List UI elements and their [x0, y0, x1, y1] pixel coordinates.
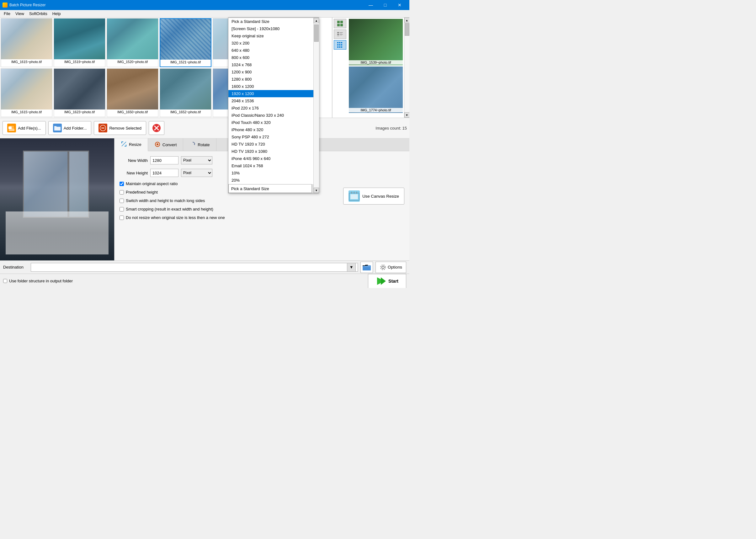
width-input[interactable] — [150, 156, 179, 164]
gallery-item-1519[interactable]: IMG_1519~photo.tif — [54, 18, 106, 67]
gallery-item-1521[interactable]: IMG_1521~photo.tif — [160, 18, 211, 67]
dropdown-10pct[interactable]: 10% — [228, 169, 313, 177]
dropdown-iphone[interactable]: iPhone 480 x 320 — [228, 126, 313, 133]
start-button[interactable]: Start — [368, 274, 406, 288]
bottom-dropdown-label: Pick a Standard Size — [229, 186, 312, 191]
view-list-btn[interactable] — [334, 30, 346, 39]
destination-folder-btn[interactable] — [360, 262, 373, 273]
dropdown-ipod-220[interactable]: iPod 220 x 176 — [228, 105, 313, 112]
dropdown-ipod-touch[interactable]: iPod Touch 480 x 320 — [228, 119, 313, 126]
dropdown-1200x900[interactable]: 1200 x 900 — [228, 68, 313, 76]
dropdown-ipod-classic[interactable]: iPod Classic/Nano 320 x 240 — [228, 112, 313, 119]
gear-icon — [380, 264, 387, 271]
gallery-item-1652[interactable]: IMG_1652~photo.tif — [160, 68, 211, 117]
dropdown-320x200[interactable]: 320 x 200 — [228, 39, 313, 47]
svg-rect-1 — [340, 21, 343, 23]
dropdown-hdtv1080[interactable]: HD TV 1920 x 1080 — [228, 148, 313, 155]
no-resize-label: Do not resize when original size is less… — [126, 215, 225, 220]
dropdown-pick-standard[interactable]: Pick a Standard Size — [228, 18, 313, 25]
add-files-button[interactable]: Add File(s)... — [3, 121, 46, 135]
tab-resize[interactable]: Resize — [114, 138, 148, 151]
gallery-item-1650[interactable]: IMG_1650~photo.tif — [107, 68, 158, 117]
scroll-down-btn[interactable]: ▼ — [404, 112, 410, 117]
dropdown-1920x1200[interactable]: 1920 x 1200 — [228, 90, 313, 97]
svg-rect-0 — [337, 21, 340, 23]
dropdown-1600x1200[interactable]: 1600 x 1200 — [228, 83, 313, 90]
maintain-aspect-checkbox[interactable] — [119, 182, 124, 186]
destination-input[interactable] — [33, 265, 347, 270]
clear-all-button[interactable] — [149, 121, 164, 135]
add-folder-label: Add Folder... — [64, 126, 87, 130]
menu-view[interactable]: View — [13, 11, 27, 17]
dropdown-iphone4[interactable]: iPone 4/4S 960 x 640 — [228, 155, 313, 162]
remove-selected-button[interactable]: Remove Selected — [94, 121, 146, 135]
add-folder-button[interactable]: Add Folder... — [48, 121, 92, 135]
gallery-item-1623[interactable]: IMG_1623~photo.tif — [54, 68, 106, 117]
gallery-item-1615b[interactable]: IMG_1615~photo.tif — [1, 68, 52, 117]
gallery-label: IMG_1520~photo.tif — [107, 59, 158, 64]
dropdown-1024x768[interactable]: 1024 x 768 — [228, 61, 313, 68]
view-thumbnail-btn[interactable] — [334, 19, 346, 28]
gallery-label: IMG_1615~photo.tif — [1, 110, 52, 115]
dropdown-sony-psp[interactable]: Sony PSP 480 x 272 — [228, 133, 313, 140]
options-button[interactable]: Options — [375, 262, 406, 273]
smart-crop-checkbox[interactable] — [119, 207, 124, 211]
dropdown-scrollbar: ▲ ▼ — [313, 18, 319, 193]
dropdown-25pct[interactable]: 25% — [228, 184, 313, 184]
scroll-up-btn[interactable]: ▲ — [404, 18, 410, 23]
dropdown-2048x1536[interactable]: 2048 x 1536 — [228, 97, 313, 105]
svg-rect-9 — [340, 35, 342, 35]
rotate-icon — [189, 141, 196, 148]
dropdown-hdtv720[interactable]: HD TV 1920 x 720 — [228, 140, 313, 148]
sidebar-thumb-1[interactable] — [349, 19, 403, 65]
svg-rect-17 — [337, 46, 339, 48]
maximize-button[interactable]: □ — [378, 0, 392, 10]
gallery-item-1520[interactable]: IMG_1520~photo.tif — [107, 18, 158, 67]
use-folder-checkbox[interactable] — [3, 279, 7, 283]
folder-icon — [362, 264, 371, 271]
smart-crop-row: Smart cropping (result in exact width an… — [119, 207, 337, 211]
toolbar: Add File(s)... Add Folder... Remove Sele… — [0, 118, 410, 138]
minimize-button[interactable]: — — [364, 0, 378, 10]
sidebar-thumb-2[interactable] — [349, 66, 403, 113]
height-input[interactable] — [150, 169, 179, 177]
view-grid-btn[interactable] — [334, 40, 346, 49]
dropdown-scroll-up[interactable]: ▲ — [314, 18, 319, 23]
dropdown-1280x800[interactable]: 1280 x 800 — [228, 76, 313, 83]
standard-size-dropdown[interactable]: Pick a Standard Size [Screen Size] - 192… — [228, 18, 319, 193]
svg-rect-12 — [339, 42, 340, 43]
destination-dropdown-btn[interactable]: ▼ — [347, 263, 356, 272]
destination-bar: Destination ▼ Options — [0, 261, 410, 273]
dropdown-640x480[interactable]: 640 x 480 — [228, 47, 313, 54]
dropdown-email[interactable]: Email 1024 x 768 — [228, 162, 313, 169]
gallery-item-1615[interactable]: IMG_1615~photo.tif — [1, 18, 52, 67]
predefined-height-checkbox[interactable] — [119, 190, 124, 194]
dropdown-keep-original[interactable]: Keep original size — [228, 32, 313, 39]
dropdown-screen-size[interactable]: [Screen Size] - 1920x1080 — [228, 25, 313, 32]
bottom-size-dropdown[interactable]: Pick a Standard Size ▼ — [228, 184, 319, 193]
app-icon — [3, 3, 8, 8]
switch-sides-checkbox[interactable] — [119, 198, 124, 203]
view-buttons — [332, 18, 347, 117]
gallery-area: IMG_1615~photo.tif IMG_1519~photo.tif IM… — [0, 18, 410, 118]
height-unit-select[interactable]: Pixel Percent Centimeter Inch — [181, 169, 212, 177]
svg-rect-21 — [9, 130, 14, 131]
tab-rotate[interactable]: Rotate — [183, 138, 216, 151]
menu-help[interactable]: Help — [50, 11, 63, 17]
width-unit-select[interactable]: Pixel Percent Centimeter Inch — [181, 156, 212, 164]
dropdown-scroll-down[interactable]: ▼ — [314, 188, 319, 193]
use-canvas-resize-button[interactable]: Use Canvas Resize — [343, 188, 404, 204]
menu-softorbits[interactable]: SoftOrbits — [27, 11, 50, 17]
dropdown-800x600[interactable]: 800 x 600 — [228, 54, 313, 61]
dropdown-scroll-thumb[interactable] — [314, 25, 319, 42]
title-bar: Batch Picture Resizer — □ ✕ — [0, 0, 410, 10]
start-bar: Use folder structure in output folder St… — [0, 273, 410, 288]
gallery-label: IMG_1615~photo.tif — [1, 59, 52, 64]
no-resize-checkbox[interactable] — [119, 215, 124, 220]
tab-convert[interactable]: Convert — [148, 138, 184, 151]
scroll-thumb[interactable] — [405, 23, 410, 36]
menu-file[interactable]: File — [1, 11, 13, 17]
dropdown-20pct[interactable]: 20% — [228, 177, 313, 184]
close-button[interactable]: ✕ — [392, 0, 407, 10]
svg-rect-3 — [340, 24, 343, 26]
